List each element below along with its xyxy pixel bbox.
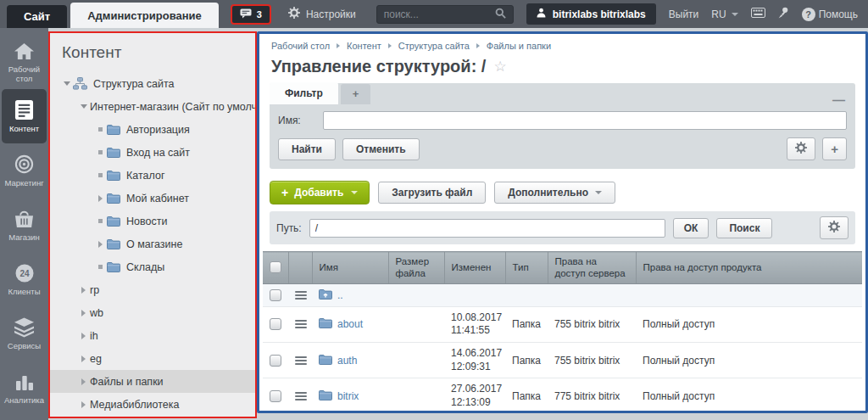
breadcrumb-link[interactable]: Файлы и папки xyxy=(487,41,551,51)
file-name-link[interactable]: bitrix xyxy=(337,390,359,402)
pin-button[interactable] xyxy=(778,7,789,21)
tree-item[interactable]: wb xyxy=(50,301,255,324)
path-search-button[interactable]: Поиск xyxy=(716,218,772,238)
tree-item[interactable]: rp xyxy=(50,278,255,301)
expander-icon[interactable] xyxy=(77,104,90,109)
table-row: auth14.06.201712:09:31Папка755 bitrix bi… xyxy=(263,342,862,378)
tree-item[interactable]: О магазине xyxy=(50,232,255,255)
sidebar-item-analytics[interactable]: Аналитика xyxy=(0,361,48,415)
column-header[interactable]: Права на доступ продукта xyxy=(636,252,862,284)
bullet-icon xyxy=(94,219,107,223)
select-all-checkbox[interactable] xyxy=(270,261,281,273)
row-menu-icon[interactable] xyxy=(295,356,307,365)
column-header[interactable]: Права на доступ сервера xyxy=(548,252,636,284)
tree-item[interactable]: Каталог xyxy=(50,164,255,187)
folder-icon xyxy=(107,261,120,272)
logout-link[interactable]: Выйти xyxy=(669,8,699,20)
row-checkbox[interactable] xyxy=(270,289,281,301)
topbar-search[interactable] xyxy=(376,5,514,24)
tab-site[interactable]: Сайт xyxy=(7,5,67,28)
tree-item[interactable]: eg xyxy=(50,347,255,370)
sidebar-item-marketing[interactable]: Маркетинг xyxy=(0,143,48,198)
more-actions-button[interactable]: Дополнительно xyxy=(494,182,615,204)
path-input[interactable] xyxy=(309,219,665,238)
row-checkbox[interactable] xyxy=(270,318,281,330)
tree-item[interactable]: Мой кабинет xyxy=(50,187,255,210)
search-input[interactable] xyxy=(384,8,490,20)
tree-item[interactable]: Структура сайта xyxy=(50,72,255,95)
sidebar-item-services[interactable]: Сервисы xyxy=(0,306,48,361)
breadcrumb-link[interactable]: Структура сайта xyxy=(398,41,470,51)
language-selector[interactable]: RU xyxy=(711,8,737,20)
expander-icon[interactable] xyxy=(77,287,90,294)
sidebar-item-store[interactable]: Магазин xyxy=(0,198,48,252)
add-filter-field-button[interactable]: + xyxy=(822,137,847,160)
tree-item[interactable]: Склады xyxy=(50,255,255,278)
notifications-button[interactable]: 3 xyxy=(231,4,271,25)
breadcrumb-link[interactable]: Рабочий стол xyxy=(271,41,330,51)
add-button[interactable]: + Добавить xyxy=(270,181,370,204)
search-icon[interactable] xyxy=(495,7,506,22)
cancel-button[interactable]: Отменить xyxy=(342,138,420,160)
filter-tab[interactable]: Фильтр xyxy=(270,82,338,104)
breadcrumb-link[interactable]: Контент xyxy=(347,41,381,51)
tree-item[interactable]: Авторизация xyxy=(50,118,255,141)
expander-icon[interactable] xyxy=(94,241,107,248)
add-filter-tab-button[interactable]: + xyxy=(341,84,371,104)
sidebar-item-clients[interactable]: 24Клиенты xyxy=(0,252,48,306)
tab-administration[interactable]: Администрирование xyxy=(70,3,219,28)
expander-icon[interactable] xyxy=(60,81,73,86)
folder-icon xyxy=(107,124,120,135)
sidebar-item-content[interactable]: Контент xyxy=(2,89,47,143)
hotkeys-button[interactable] xyxy=(751,8,765,20)
filter-panel: Фильтр + — Имя: Найти Отменить + xyxy=(270,83,855,169)
row-menu-icon[interactable] xyxy=(295,392,307,400)
expander-icon[interactable] xyxy=(77,401,90,408)
gear-icon xyxy=(288,7,300,21)
sidebar-item-label: Сервисы xyxy=(1,342,48,351)
content-tree-panel: Контент Структура сайтаИнтернет-магазин … xyxy=(48,31,257,418)
expander-icon[interactable] xyxy=(77,310,90,316)
file-name-link[interactable]: .. xyxy=(337,289,343,301)
find-button[interactable]: Найти xyxy=(278,138,336,160)
help-button[interactable]: ?Помощь xyxy=(802,8,858,21)
row-menu-icon[interactable] xyxy=(295,291,307,300)
expander-icon[interactable] xyxy=(94,195,107,202)
row-checkbox[interactable] xyxy=(270,390,281,402)
column-header[interactable]: Тип xyxy=(505,252,548,284)
tree-item[interactable]: ih xyxy=(50,324,255,347)
sidebar-item-desktop[interactable]: Рабочий стол xyxy=(0,35,48,89)
file-name-link[interactable]: about xyxy=(337,318,363,330)
column-header[interactable]: Изменен xyxy=(444,252,505,284)
upload-file-button[interactable]: Загрузить файл xyxy=(378,182,486,204)
select-all-header[interactable] xyxy=(263,252,288,284)
tree-item-label: Интернет-магазин (Сайт по умолчанию) xyxy=(90,101,257,113)
name-filter-label: Имя: xyxy=(278,115,323,126)
name-filter-input[interactable] xyxy=(323,111,847,130)
tree-item[interactable]: Новости xyxy=(50,210,255,232)
tree-item[interactable]: Интернет-магазин (Сайт по умолчанию) xyxy=(50,95,255,118)
user-button[interactable]: bitrixlabs bitrixlabs xyxy=(526,3,656,25)
filter-settings-button[interactable] xyxy=(787,137,815,160)
file-name-link[interactable]: auth xyxy=(337,355,357,367)
tree-item[interactable]: Вход на сайт xyxy=(50,141,255,164)
grid-settings-button[interactable] xyxy=(820,216,849,239)
favorite-star-icon[interactable]: ☆ xyxy=(493,58,506,76)
user-icon xyxy=(537,8,546,20)
chevron-down-icon xyxy=(732,13,738,16)
collapse-filter-button[interactable]: — xyxy=(829,96,849,104)
file-type: Папка xyxy=(505,378,548,413)
clients-icon: 24 xyxy=(14,262,35,284)
row-menu-icon[interactable] xyxy=(295,320,307,328)
ok-button[interactable]: ОК xyxy=(673,218,709,238)
folder-icon xyxy=(107,170,120,181)
tree-item[interactable]: Файлы и папки xyxy=(50,370,255,393)
expander-icon[interactable] xyxy=(77,378,90,385)
settings-button[interactable]: Настройки xyxy=(288,7,356,21)
expander-icon[interactable] xyxy=(77,356,90,362)
expander-icon[interactable] xyxy=(77,333,90,339)
column-header[interactable]: Размер файла xyxy=(388,252,444,284)
tree-item[interactable]: Медиабиблиотека xyxy=(50,393,255,416)
column-header[interactable]: Имя xyxy=(312,252,388,284)
row-checkbox[interactable] xyxy=(270,355,281,367)
